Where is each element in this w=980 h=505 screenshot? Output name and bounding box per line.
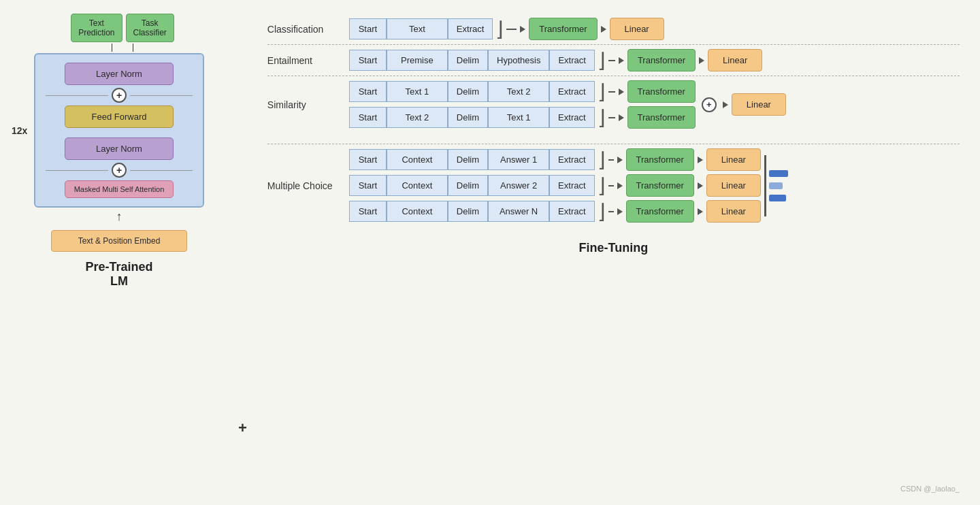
plus-separator: + [238,419,247,491]
twelve-x-label: 12x [12,125,27,136]
similarity-label: Similarity [267,99,349,110]
token-start-e: Start [349,50,387,71]
mc-linear-1: Linear [706,148,761,171]
pretrained-title-line1: Pre-Trained [85,260,152,274]
pretrained-title-line2: LM [85,274,152,289]
text-prediction-box: TextPrediction [71,14,122,42]
entailment-transformer: Transformer [627,49,696,71]
multiple-choice-section: Multiple Choice Start Context Delim Answ… [267,144,960,233]
entailment-label: Entailment [267,55,349,66]
layer-norm-1: Layer Norm [65,63,174,85]
entailment-linear: Linear [708,49,762,71]
task-classifier-box: TaskClassifier [126,14,174,42]
bar-1 [769,170,788,177]
mc-transformer-1: Transformer [626,148,694,171]
similarity-transformer-1: Transformer [627,80,696,103]
mc-row-3: Start Context Delim Answer N Extract ⌋ T [349,200,761,223]
token-extract: Extract [448,18,493,39]
layer-norm-2: Layer Norm [65,137,174,160]
classification-tokens: Start Text Extract ⌋ [349,18,506,39]
arrow-up-embed: ↑ [116,210,122,224]
embed-box: Text & Position Embed [51,230,187,252]
diagram-area: TextPrediction TaskClassifier 12x Layer … [20,14,960,491]
masked-attention-box: Masked Multi Self Attention [65,180,174,198]
token-text: Text [387,18,448,39]
mc-linear-2: Linear [706,174,761,197]
classification-label: Classification [267,24,349,35]
bar-2 [769,182,783,189]
similarity-row-2: Start Text 2 Delim Text 1 Extract ⌋ Tran [349,106,696,129]
token-delim-e: Delim [448,50,488,71]
token-hypothesis: Hypothesis [488,50,549,71]
mc-linear-3: Linear [706,200,761,223]
entailment-tokens: Start Premise Delim Hypothesis Extract ⌋ [349,50,608,71]
main-container: TextPrediction TaskClassifier 12x Layer … [0,0,980,505]
similarity-row-1: Start Text 1 Delim Text 2 Extract ⌋ Tran [349,80,696,103]
plus-circle-1: + [112,88,127,103]
plus-circle-2: + [112,163,127,178]
feed-forward-box: Feed Forward [65,105,174,128]
watermark: CSDN @_laolao_ [900,485,960,493]
classification-linear: Linear [610,18,664,40]
pretrained-label: Pre-Trained LM [85,260,152,289]
token-extract-e: Extract [549,50,594,71]
mc-transformer-3: Transformer [626,200,694,223]
classification-section: Classification Start Text Extract ⌋ Tran… [267,14,960,45]
similarity-transformer-2: Transformer [627,106,696,129]
similarity-plus: + [702,97,717,112]
bar-3 [769,195,786,201]
classification-transformer: Transformer [529,18,597,40]
pretrained-section: TextPrediction TaskClassifier 12x Layer … [20,14,218,491]
mc-transformer-2: Transformer [626,174,694,197]
similarity-section: Similarity Start Text 1 Delim Text 2 Ext… [267,76,960,144]
entailment-section: Entailment Start Premise Delim Hypothesi… [267,45,960,76]
multiple-choice-label: Multiple Choice [267,180,349,191]
token-start: Start [349,18,387,39]
token-premise: Premise [387,50,448,71]
mc-row-1: Start Context Delim Answer 1 Extract ⌋ T [349,148,761,171]
transformer-block: 12x Layer Norm + Feed Forward Layer Norm [34,53,204,208]
mc-output-bars [764,155,788,216]
finetuning-title: Fine-Tuning [267,241,960,255]
similarity-linear: Linear [732,93,786,116]
mc-row-2: Start Context Delim Answer 2 Extract ⌋ T [349,174,761,197]
top-outputs: TextPrediction TaskClassifier [71,14,174,42]
finetuning-section: Classification Start Text Extract ⌋ Tran… [267,14,960,491]
